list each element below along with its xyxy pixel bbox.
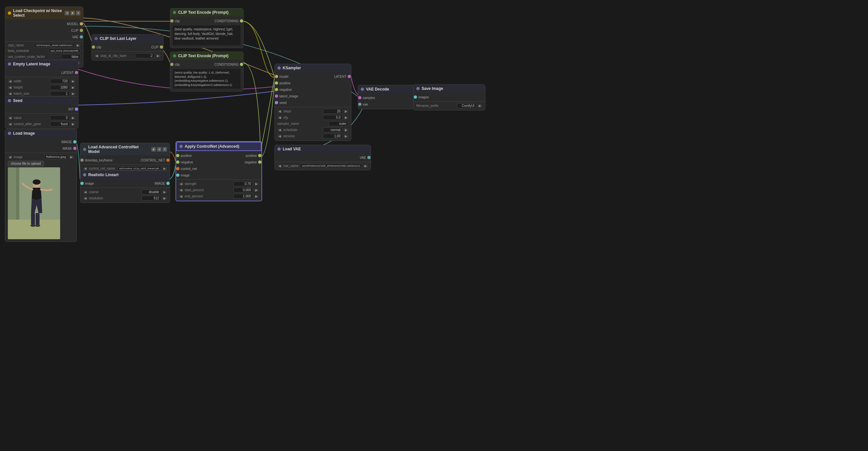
- strength-right[interactable]: ▶: [254, 182, 259, 186]
- control-right[interactable]: ▶: [71, 122, 75, 126]
- cn-name-left[interactable]: ◀: [83, 167, 88, 170]
- image-file-left[interactable]: ◀: [8, 155, 12, 159]
- clip-encode2-clip-in[interactable]: [170, 63, 174, 66]
- image-file-value[interactable]: Reference.jpeg: [44, 155, 68, 159]
- clip-port[interactable]: [80, 29, 83, 32]
- filename-prefix-arrow[interactable]: ▶: [478, 104, 483, 108]
- batch-value[interactable]: 1: [50, 91, 70, 96]
- stop-layer-left[interactable]: ◀: [94, 54, 99, 58]
- clip-out-port[interactable]: [160, 46, 163, 49]
- height-right[interactable]: ▶: [71, 86, 75, 89]
- steps-left[interactable]: ◀: [277, 110, 282, 113]
- node-seed[interactable]: Seed INT ◀ value 0 ▶ ◀ control_after_gen…: [5, 96, 79, 129]
- end-pct-value[interactable]: 1.000: [233, 194, 253, 199]
- height-left[interactable]: ◀: [8, 86, 12, 89]
- ksampler-pos-in[interactable]: [275, 81, 278, 85]
- resolution-right[interactable]: ▶: [162, 197, 167, 200]
- denoise-right[interactable]: ▶: [344, 134, 348, 138]
- cn-icon2[interactable]: ⚙: [157, 147, 161, 152]
- vae-name-left[interactable]: ◀: [277, 164, 282, 168]
- node-checkpoint[interactable]: Load Checkpoint w/ Noise Select ⚙ ⚡ ⬆ MO…: [5, 6, 83, 68]
- batch-right[interactable]: ▶: [71, 92, 75, 95]
- clip-encode1-cond-port[interactable]: [240, 19, 243, 23]
- model-port[interactable]: [80, 22, 83, 26]
- control-net-out[interactable]: [166, 158, 169, 162]
- stop-layer-value[interactable]: -2: [135, 53, 155, 58]
- width-right[interactable]: ▶: [71, 80, 75, 83]
- vae-name-value[interactable]: sd1/klF8Anime2VAE_klF8Anime2VAE.safetens…: [300, 164, 362, 168]
- seed-val-value[interactable]: 0: [50, 115, 70, 120]
- scheduler-left[interactable]: ◀: [277, 128, 282, 132]
- checkpoint-icon3[interactable]: ⬆: [76, 11, 81, 16]
- custom-scale-value[interactable]: false: [61, 54, 81, 59]
- ksampler-seed-in[interactable]: [275, 101, 278, 104]
- ksampler-latent-out[interactable]: [348, 75, 351, 78]
- mask-out-port[interactable]: [73, 147, 76, 150]
- cn-name-value[interactable]: sd1/control_v11p_sd15_lineart.pth: [117, 167, 161, 171]
- node-empty-latent[interactable]: Empty Latent Image LATENT ◀ width 720 ▶ …: [5, 60, 79, 98]
- latent-out-port[interactable]: [75, 71, 78, 74]
- seed-val-right[interactable]: ▶: [71, 116, 75, 120]
- image-out-port[interactable]: [73, 140, 76, 144]
- ksampler-neg-in[interactable]: [275, 88, 278, 91]
- clip-encode1-text[interactable]: (best quality, masterpiece, highres) 1gi…: [173, 26, 241, 45]
- cfg-left[interactable]: ◀: [277, 116, 282, 119]
- node-load-advanced-cn[interactable]: Load Advanced ControlNet Model ⚡ ⚙ ⬆ tim…: [80, 143, 170, 173]
- apply-cn-pos-out[interactable]: [258, 154, 261, 157]
- int-out-port[interactable]: [75, 108, 78, 111]
- node-load-vae[interactable]: Load VAE VAE ◀ vae_name sd1/klF8Anime2VA…: [275, 145, 371, 170]
- ksampler-model-in[interactable]: [275, 75, 278, 78]
- scheduler-value[interactable]: normal: [323, 127, 342, 132]
- save-images-in[interactable]: [414, 95, 417, 99]
- lineart-image-out[interactable]: [166, 182, 169, 185]
- sampler-value[interactable]: euler: [329, 121, 348, 126]
- ksampler-latent-in[interactable]: [275, 94, 278, 98]
- clip-encode2-text[interactable]: (worst quality, low quality: 1.4), (defo…: [173, 69, 241, 89]
- node-graph-canvas[interactable]: Load Checkpoint w/ Noise Select ⚙ ⚡ ⬆ MO…: [0, 0, 868, 451]
- cfg-value[interactable]: 5.0: [323, 115, 342, 120]
- node-clip-encode2[interactable]: CLIP Text Encode (Prompt) clip CONDITION…: [170, 52, 244, 91]
- apply-cn-image-in[interactable]: [176, 174, 179, 177]
- stop-layer-right[interactable]: ▶: [156, 54, 160, 58]
- apply-cn-pos-in[interactable]: [176, 154, 179, 157]
- cn-name-right[interactable]: ▶: [162, 167, 167, 170]
- filename-prefix-value[interactable]: ComfyUI: [457, 103, 476, 108]
- vae-vae-in[interactable]: [358, 102, 362, 106]
- start-pct-right[interactable]: ▶: [254, 188, 259, 192]
- strength-value[interactable]: 0.70: [233, 181, 253, 186]
- clip-encode2-cond-port[interactable]: [240, 63, 243, 66]
- beta-value[interactable]: sqrt_linear (AnimateDiff): [49, 49, 81, 53]
- resolution-left[interactable]: ◀: [83, 197, 88, 200]
- image-file-right[interactable]: ▶: [69, 155, 74, 159]
- denoise-value[interactable]: 1.00: [323, 134, 342, 139]
- width-left[interactable]: ◀: [8, 80, 12, 83]
- apply-cn-neg-out[interactable]: [258, 160, 261, 164]
- start-pct-left[interactable]: ◀: [179, 188, 183, 192]
- node-apply-cn[interactable]: Apply ControlNet (Advanced) positive pos…: [176, 141, 262, 201]
- scheduler-right[interactable]: ▶: [344, 128, 348, 132]
- steps-right[interactable]: ▶: [344, 110, 348, 113]
- coarse-value[interactable]: disable: [142, 189, 161, 194]
- cfg-right[interactable]: ▶: [344, 116, 348, 119]
- clip-encode1-clip-in[interactable]: [170, 19, 174, 23]
- batch-left[interactable]: ◀: [8, 92, 12, 95]
- apply-cn-neg-in[interactable]: [176, 160, 179, 164]
- node-save-image[interactable]: Save Image images filename_prefix ComfyU…: [413, 84, 485, 111]
- checkpoint-icon2[interactable]: ⚡: [70, 11, 75, 16]
- ckpt-name-arrow[interactable]: ▶: [76, 43, 81, 47]
- ckpt-name-value[interactable]: sd1/toonyou_beta6.safetensors: [34, 43, 74, 48]
- cn-icon3[interactable]: ⬆: [162, 147, 167, 152]
- node-realistic-lineart[interactable]: Realistic Lineart image IMAGE ◀ coarse d…: [80, 171, 170, 203]
- steps-value[interactable]: 20: [323, 109, 342, 114]
- vae-name-right[interactable]: ▶: [364, 164, 368, 168]
- timestep-in[interactable]: [81, 158, 84, 162]
- resolution-value[interactable]: 512: [142, 196, 161, 201]
- control-value[interactable]: fixed: [50, 122, 70, 126]
- control-left[interactable]: ◀: [8, 122, 12, 126]
- coarse-right[interactable]: ▶: [162, 190, 167, 194]
- apply-cn-cn-in[interactable]: [176, 167, 179, 170]
- denoise-left[interactable]: ◀: [277, 134, 282, 138]
- node-ksampler[interactable]: KSampler model LATENT positive: [275, 64, 351, 141]
- end-pct-right[interactable]: ▶: [254, 194, 259, 198]
- end-pct-left[interactable]: ◀: [179, 194, 183, 198]
